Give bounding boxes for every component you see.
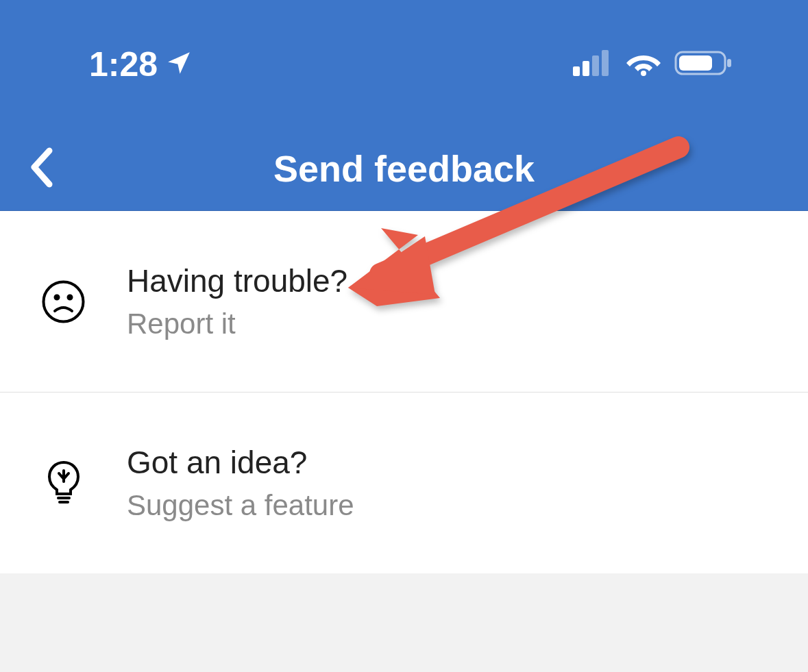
option-title: Having trouble?	[127, 262, 347, 299]
svg-point-8	[44, 282, 84, 321]
back-button[interactable]	[27, 145, 55, 192]
svg-rect-2	[592, 55, 599, 76]
svg-rect-3	[602, 50, 609, 76]
status-left: 1:28	[89, 45, 192, 84]
svg-rect-0	[573, 66, 580, 76]
status-time: 1:28	[89, 45, 158, 84]
location-icon	[166, 45, 192, 84]
wifi-icon	[626, 50, 661, 79]
option-text: Got an idea? Suggest a feature	[127, 444, 354, 522]
lightbulb-icon	[41, 461, 86, 506]
status-bar: 1:28	[0, 0, 808, 84]
option-title: Got an idea?	[127, 444, 354, 481]
battery-icon	[674, 50, 733, 79]
sad-face-icon	[41, 279, 86, 324]
option-text: Having trouble? Report it	[127, 262, 347, 340]
svg-rect-1	[583, 61, 589, 76]
svg-rect-7	[727, 59, 731, 67]
header: 1:28	[0, 0, 808, 211]
status-right	[573, 50, 767, 79]
svg-rect-6	[679, 55, 712, 71]
page-title: Send feedback	[27, 147, 781, 190]
cellular-signal-icon	[573, 50, 613, 79]
content: Having trouble? Report it Got an idea? S…	[0, 211, 808, 573]
svg-point-10	[69, 295, 72, 299]
option-subtitle: Suggest a feature	[127, 489, 354, 522]
option-subtitle: Report it	[127, 308, 347, 340]
svg-point-9	[56, 295, 59, 299]
nav-bar: Send feedback	[0, 147, 808, 190]
svg-point-4	[641, 71, 646, 76]
option-report-trouble[interactable]: Having trouble? Report it	[0, 211, 808, 393]
option-suggest-feature[interactable]: Got an idea? Suggest a feature	[0, 393, 808, 573]
